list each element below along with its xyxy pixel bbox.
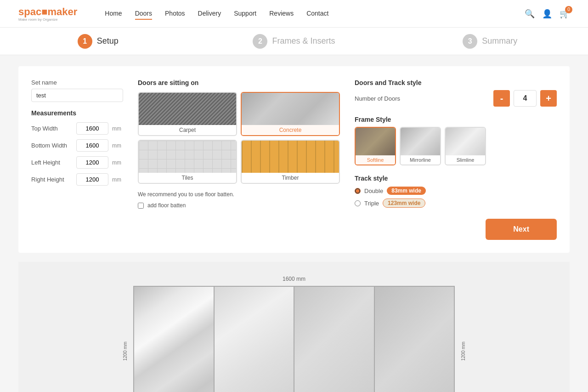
tiles-label: Tiles — [139, 173, 236, 183]
doors-track-title: Doors and Track style — [355, 79, 557, 86]
door-panel-2 — [215, 287, 295, 392]
nav-contact[interactable]: Contact — [306, 8, 328, 20]
concrete-label: Concrete — [242, 125, 339, 135]
diagram-top-label: 1600 mm — [283, 276, 305, 282]
right-height-input[interactable] — [76, 173, 108, 186]
slimline-thumb — [446, 128, 485, 155]
floor-batten-label[interactable]: add floor batten — [147, 202, 186, 209]
mirrorline-thumb — [401, 128, 440, 155]
carpet-label: Carpet — [139, 125, 236, 135]
diagram-right-label: 1200 mm — [458, 286, 468, 392]
right-height-row: Right Height mm — [31, 173, 123, 186]
top-width-row: Top Width mm — [31, 122, 123, 135]
track-double-label[interactable]: Double — [364, 187, 383, 194]
step-1-label: Setup — [97, 36, 119, 46]
diagram-wrapper: 1200 mm 1200 mm — [120, 286, 468, 392]
brand-tagline: Make room by Organize — [18, 18, 77, 22]
main-content: Set name Measurements Top Width mm Botto… — [0, 55, 588, 392]
softline-thumb — [356, 128, 395, 155]
floor-concrete[interactable]: Concrete — [241, 92, 340, 136]
middle-column: Doors are sitting on Carpet Concrete Til… — [138, 79, 340, 240]
step-3-label: Summary — [482, 36, 517, 46]
user-icon[interactable]: 👤 — [542, 9, 552, 19]
doors-sitting-title: Doors are sitting on — [138, 79, 340, 86]
left-height-unit: mm — [112, 159, 121, 166]
right-height-label: Right Height — [31, 176, 73, 183]
nav-doors[interactable]: Doors — [135, 8, 152, 20]
step-1[interactable]: 1 Setup — [0, 27, 196, 56]
measurements: Measurements Top Width mm Bottom Width m… — [31, 109, 123, 186]
doors-count-display: 4 — [514, 90, 537, 107]
floor-batten-checkbox[interactable] — [138, 203, 144, 209]
config-panel: Set name Measurements Top Width mm Botto… — [18, 66, 570, 253]
increase-doors-button[interactable]: + — [540, 90, 557, 107]
search-icon[interactable]: 🔍 — [525, 9, 535, 19]
floor-tiles[interactable]: Tiles — [138, 140, 237, 184]
steps-bar: 1 Setup 2 Frames & Inserts 3 Summary — [0, 28, 588, 55]
floor-batten-row: add floor batten — [138, 202, 340, 209]
track-double-badge: 83mm wide — [387, 187, 426, 195]
cart-badge: 0 — [565, 6, 572, 13]
nav-reviews[interactable]: Reviews — [269, 8, 294, 20]
diagram-left-label: 1200 mm — [120, 286, 130, 392]
left-height-row: Left Height mm — [31, 156, 123, 169]
frame-slimline[interactable]: Slimline — [445, 127, 486, 165]
step-1-number: 1 — [78, 34, 92, 49]
track-double-option: Double 83mm wide — [355, 187, 557, 195]
door-panel-4 — [375, 287, 454, 392]
set-name-input[interactable] — [31, 89, 123, 102]
frame-style-title: Frame Style — [355, 116, 557, 123]
nav-support[interactable]: Support — [234, 8, 256, 20]
track-triple-option: Triple 123mm wide — [355, 199, 557, 208]
step-3[interactable]: 3 Summary — [392, 27, 588, 56]
frame-mirrorline[interactable]: Mirrorline — [400, 127, 441, 165]
right-column: Doors and Track style Number of Doors - … — [355, 79, 557, 240]
track-triple-badge: 123mm wide — [383, 199, 425, 208]
top-width-label: Top Width — [31, 125, 73, 132]
set-name-group: Set name — [31, 79, 123, 102]
door-diagram — [133, 286, 455, 392]
track-triple-radio[interactable] — [355, 200, 361, 206]
brand-name: spac■maker — [18, 6, 77, 17]
nav-delivery[interactable]: Delivery — [198, 8, 221, 20]
number-of-doors-control: Number of Doors - 4 + — [355, 90, 557, 107]
timber-label: Timber — [242, 173, 339, 183]
decrease-doors-button[interactable]: - — [493, 90, 510, 107]
left-height-input[interactable] — [76, 156, 108, 169]
timber-thumb — [242, 141, 339, 173]
floor-options: Carpet Concrete Tiles Timber — [138, 92, 340, 184]
set-name-label: Set name — [31, 79, 123, 86]
frame-options: Softline Mirrorline Slimline — [355, 127, 557, 165]
concrete-thumb — [242, 93, 339, 125]
next-button[interactable]: Next — [486, 219, 557, 240]
next-btn-row: Next — [355, 211, 557, 240]
floor-timber[interactable]: Timber — [241, 140, 340, 184]
left-height-label: Left Height — [31, 159, 73, 166]
number-of-doors-label: Number of Doors — [355, 95, 490, 102]
bottom-width-input[interactable] — [76, 139, 108, 152]
cart-icon-wrapper[interactable]: 🛒 0 — [560, 9, 570, 19]
bottom-width-row: Bottom Width mm — [31, 139, 123, 152]
step-2-label: Frames & Inserts — [272, 36, 335, 46]
left-column: Set name Measurements Top Width mm Botto… — [31, 79, 123, 240]
step-3-number: 3 — [463, 34, 477, 49]
track-triple-label[interactable]: Triple — [364, 200, 379, 207]
top-width-input[interactable] — [76, 122, 108, 135]
recommendation-text: We recommend you to use floor batten. — [138, 191, 340, 198]
nav-home[interactable]: Home — [105, 8, 122, 20]
frame-softline[interactable]: Softline — [355, 127, 396, 165]
bottom-width-label: Bottom Width — [31, 142, 73, 149]
floor-carpet[interactable]: Carpet — [138, 92, 237, 136]
track-style-title: Track style — [355, 175, 557, 182]
nav-photos[interactable]: Photos — [165, 8, 185, 20]
logo: spac■maker Make room by Organize — [18, 6, 77, 22]
step-2[interactable]: 2 Frames & Inserts — [196, 27, 392, 56]
nav-links: Home Doors Photos Delivery Support Revie… — [105, 8, 525, 20]
navbar: spac■maker Make room by Organize Home Do… — [0, 0, 588, 28]
softline-label: Softline — [356, 155, 395, 165]
track-double-radio[interactable] — [355, 188, 361, 194]
bottom-width-unit: mm — [112, 142, 121, 149]
carpet-thumb — [139, 93, 236, 125]
right-height-unit: mm — [112, 176, 121, 183]
door-panel-1 — [134, 287, 215, 392]
